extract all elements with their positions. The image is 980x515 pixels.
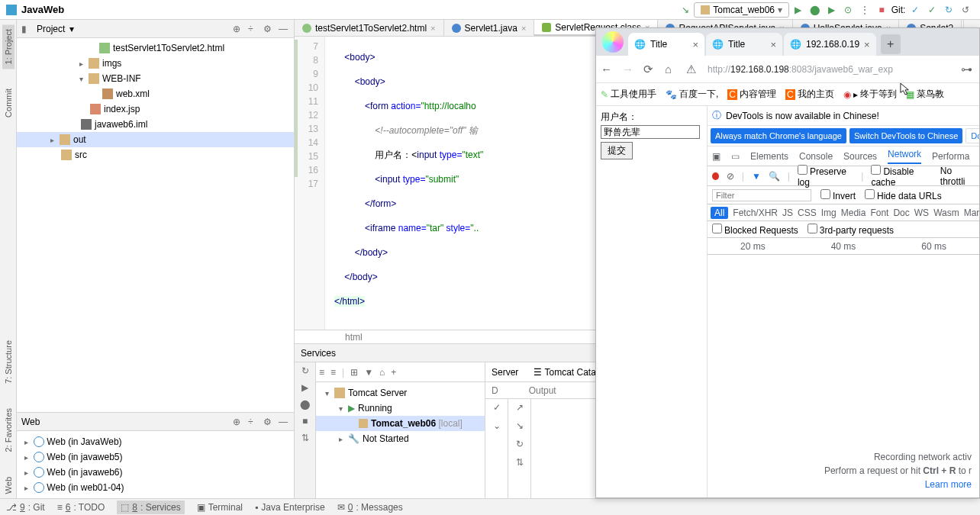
dont-button[interactable]: Don't	[965, 128, 979, 143]
inspect-icon[interactable]: ▣	[712, 151, 720, 162]
tool-tab-favorites[interactable]: 2: Favorites	[2, 404, 15, 456]
record-icon[interactable]	[712, 172, 719, 180]
build-icon[interactable]: ↘	[679, 4, 691, 16]
filter-type[interactable]: JS	[782, 208, 793, 218]
git-push-icon[interactable]: ↻	[943, 4, 955, 16]
invert-checkbox[interactable]: Invert	[820, 189, 856, 201]
filter-type[interactable]: Fetch/XHR	[733, 208, 778, 218]
chevron-down-icon[interactable]: ⌄	[493, 420, 501, 431]
hide-urls-checkbox[interactable]: Hide data URLs	[865, 189, 942, 201]
svc-node[interactable]: ▸🔧Not Started	[316, 431, 485, 446]
status-messages[interactable]: ✉ 0: Messages	[337, 502, 403, 513]
hide-icon[interactable]: —	[279, 417, 289, 427]
tree-file[interactable]: web.xml	[17, 86, 294, 101]
filter-all[interactable]: All	[711, 207, 728, 219]
add-icon[interactable]: +	[391, 367, 396, 378]
tree-folder[interactable]: ▾WEB-INF	[17, 71, 294, 86]
filter-icon[interactable]: ▼	[364, 367, 373, 378]
check-icon[interactable]: ✓	[493, 402, 501, 413]
blocked-checkbox[interactable]: Blocked Requests	[712, 224, 798, 236]
submit-button[interactable]: 提交	[601, 142, 633, 159]
tree-file[interactable]: testServlet1ToServlet2.html	[17, 40, 294, 56]
server-tab[interactable]: Server	[492, 367, 518, 378]
dt-tab-performance[interactable]: Performa	[932, 151, 969, 162]
device-icon[interactable]: ▭	[731, 151, 740, 162]
filter-icon[interactable]: ▼	[752, 171, 761, 182]
bookmark[interactable]: ◉▸终于等到	[843, 88, 897, 101]
status-terminal[interactable]: ▣ Terminal	[197, 502, 243, 513]
group-icon[interactable]: ⌂	[379, 367, 385, 378]
collapse-icon[interactable]: ÷	[248, 417, 259, 427]
web-module[interactable]: ▸ Web (in web01-04)	[17, 480, 294, 495]
filter-type[interactable]: Doc	[893, 208, 909, 218]
search-icon[interactable]: 🔍	[769, 171, 780, 182]
svc-node[interactable]: ▾▶Running	[316, 401, 485, 416]
collapse-icon[interactable]: ÷	[248, 24, 259, 34]
coverage-icon[interactable]: ▶	[825, 4, 837, 16]
rerun-icon[interactable]: ↻	[301, 365, 309, 376]
tree-folder[interactable]: ▸imgs	[17, 56, 294, 71]
refresh-icon[interactable]: ↻	[516, 439, 524, 449]
home-icon[interactable]: ⌂	[665, 63, 679, 76]
tree-folder[interactable]: src	[17, 147, 294, 163]
project-panel-label[interactable]: Project	[37, 24, 65, 34]
filter-type[interactable]: Font	[870, 208, 888, 218]
filter-type[interactable]: CSS	[798, 208, 817, 218]
address-bar[interactable]: http://192.168.0.198:8083/javaweb6_war_e…	[708, 64, 953, 75]
deploy-icon[interactable]: ⇅	[301, 433, 309, 443]
minus-icon[interactable]: ↘	[516, 420, 524, 431]
git-commit-icon[interactable]: ✓	[926, 4, 938, 16]
filter-type[interactable]: Manife	[964, 208, 979, 218]
bookmark[interactable]: C我的主页	[785, 88, 834, 101]
disable-cache-checkbox[interactable]: Disable cache	[871, 165, 932, 188]
close-icon[interactable]: ×	[430, 24, 435, 33]
bookmark[interactable]: C内容管理	[727, 88, 776, 101]
tree-file[interactable]: index.jsp	[17, 101, 294, 117]
back-icon[interactable]: ←	[601, 63, 614, 76]
add-icon[interactable]: ↗	[516, 402, 524, 413]
tool-tab-structure[interactable]: 7: Structure	[2, 336, 15, 388]
run-icon[interactable]: ▶	[301, 382, 308, 393]
grid-icon[interactable]: ⊞	[350, 367, 358, 378]
new-tab-button[interactable]: +	[881, 34, 901, 54]
tool-tab-web[interactable]: Web	[2, 472, 15, 498]
status-javaee[interactable]: ▪ Java Enterprise	[255, 502, 325, 513]
profile-icon[interactable]: ⊙	[842, 4, 854, 16]
web-module[interactable]: ▸ Web (in JavaWeb)	[17, 434, 294, 449]
throttling[interactable]: No throttli	[940, 166, 975, 187]
locate-icon[interactable]: ⊕	[233, 417, 243, 427]
tool-tab-commit[interactable]: Commit	[2, 84, 15, 122]
username-input[interactable]	[601, 125, 700, 139]
key-icon[interactable]: ⊶	[961, 63, 975, 76]
timeline[interactable]: 20 ms40 ms60 ms	[708, 238, 979, 255]
close-icon[interactable]: ×	[521, 24, 526, 33]
browser-tab[interactable]: 🌐Title×	[706, 33, 782, 56]
close-icon[interactable]: ×	[864, 39, 870, 50]
forward-icon[interactable]: →	[622, 63, 636, 76]
stop-icon[interactable]: ■	[302, 416, 308, 426]
run-icon[interactable]: ▶	[791, 4, 804, 16]
filter-type[interactable]: Img	[821, 208, 837, 218]
dt-tab-network[interactable]: Network	[888, 149, 921, 164]
filter-type[interactable]: Wasm	[933, 208, 959, 218]
gear-icon[interactable]: ⚙	[263, 24, 274, 34]
dt-tab-console[interactable]: Console	[799, 151, 833, 162]
more-icon[interactable]: ⇅	[516, 457, 524, 468]
browser-tab[interactable]: 🌐192.168.0.19×	[784, 33, 876, 56]
dt-tab-elements[interactable]: Elements	[750, 151, 788, 162]
close-icon[interactable]: ×	[692, 39, 698, 50]
browser-tab[interactable]: 🌐Title×	[628, 33, 704, 56]
chevron-down-icon[interactable]: ▾	[69, 24, 74, 34]
editor-tab[interactable]: testServlet1ToServlet2.html×	[295, 20, 444, 36]
svc-node[interactable]: ▾Tomcat Server	[316, 385, 485, 401]
dt-tab-sources[interactable]: Sources	[843, 151, 877, 162]
debug-icon[interactable]: ⬤	[808, 4, 820, 16]
expand-icon[interactable]: ≡	[319, 367, 324, 378]
close-icon[interactable]: ×	[770, 39, 776, 50]
bookmark[interactable]: ✎工具使用手	[601, 88, 656, 101]
web-module[interactable]: ▸ Web (in javaweb5)	[17, 449, 294, 465]
reload-icon[interactable]: ⟳	[643, 63, 657, 76]
locate-icon[interactable]: ⊕	[233, 24, 243, 34]
clear-icon[interactable]: ⊘	[727, 171, 734, 182]
git-history-icon[interactable]: ↺	[959, 4, 972, 16]
